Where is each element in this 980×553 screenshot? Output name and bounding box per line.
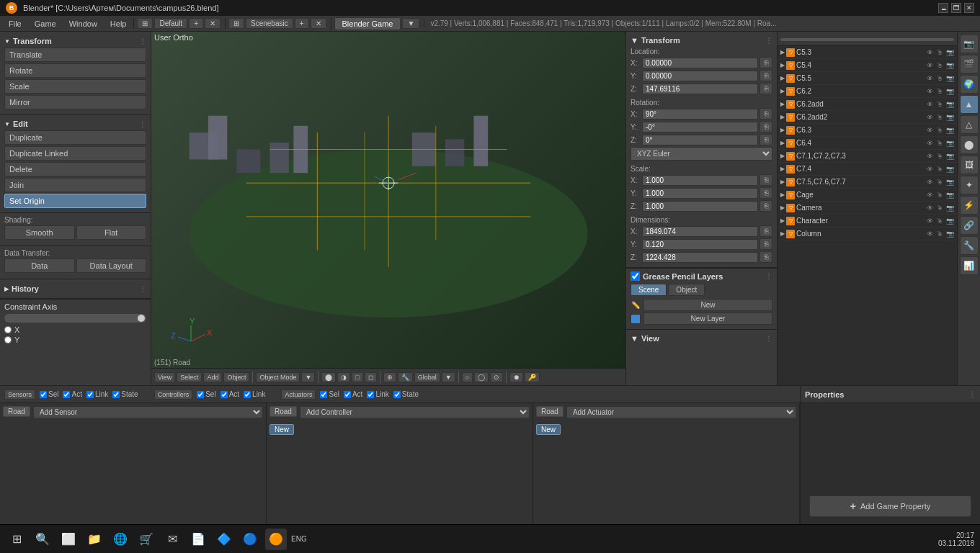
- vis-icon[interactable]: 📷: [945, 48, 954, 57]
- actuators-label[interactable]: Actuators: [281, 390, 316, 400]
- act-state-checkbox[interactable]: [393, 391, 401, 398]
- outliner-item[interactable]: ▶▽C6.4👁🖱📷: [778, 137, 957, 150]
- outliner-item[interactable]: ▶▽C7.4👁🖱📷: [778, 163, 957, 176]
- duplicate-linked-button[interactable]: Duplicate Linked: [4, 146, 146, 161]
- transform-options-icon[interactable]: ⋮: [139, 37, 146, 45]
- dim-x-input[interactable]: [642, 226, 758, 237]
- location-y-input[interactable]: [642, 71, 758, 81]
- rotation-z-input[interactable]: [642, 135, 758, 145]
- props-tab-constraints[interactable]: 🔗: [960, 216, 979, 235]
- vis-icon[interactable]: 👁: [925, 152, 934, 161]
- viewport-canvas[interactable]: X Y Z: [151, 32, 625, 368]
- vis-icon[interactable]: 📷: [945, 139, 954, 148]
- object-mode-btn[interactable]: Object Mode: [256, 372, 300, 382]
- gp-object-tab[interactable]: Object: [668, 284, 705, 296]
- outliner-item[interactable]: ▶▽Character👁🖱📷: [778, 215, 957, 228]
- rotate-button[interactable]: Rotate: [4, 63, 146, 78]
- props-tab-texture[interactable]: 🖼: [960, 156, 979, 174]
- location-x-input[interactable]: [642, 58, 758, 68]
- vis-icon[interactable]: 📷: [945, 74, 954, 83]
- outliner-item[interactable]: ▶▽C6.2👁🖱📷: [778, 85, 957, 98]
- edge-icon[interactable]: 🌐: [110, 529, 131, 550]
- props-tab-physics[interactable]: ⚡: [960, 196, 979, 215]
- scene-name-btn[interactable]: Scenebasic: [246, 18, 293, 29]
- vis-icon[interactable]: 🖱: [935, 217, 944, 225]
- scale-z-input[interactable]: [642, 201, 758, 212]
- outliner-item[interactable]: ▶▽C6.2add2👁🖱📷: [778, 111, 957, 124]
- workspace-btn[interactable]: Default: [154, 18, 187, 29]
- menu-help[interactable]: Help: [104, 18, 133, 30]
- close-button[interactable]: ✕: [964, 3, 974, 13]
- viewport[interactable]: User Ortho: [151, 32, 625, 368]
- act-link-checkbox[interactable]: [367, 391, 374, 398]
- scene-add-btn[interactable]: +: [295, 18, 309, 29]
- mirror-button[interactable]: Mirror: [4, 95, 146, 109]
- scale-x-copy[interactable]: ⎘: [760, 174, 772, 186]
- workspace-add-btn[interactable]: +: [189, 18, 203, 29]
- scale-x-input[interactable]: [642, 175, 758, 186]
- sensors-dropdown[interactable]: Add Sensor: [33, 406, 263, 418]
- rotation-x-input[interactable]: [642, 109, 758, 120]
- act-sel-checkbox[interactable]: [320, 391, 327, 398]
- vis-icon[interactable]: 🖱: [935, 113, 944, 122]
- anim-record-btn[interactable]: ⏺: [509, 372, 523, 382]
- smooth-button[interactable]: Smooth: [4, 225, 75, 240]
- new-actuator-button[interactable]: New: [536, 424, 561, 435]
- minimize-button[interactable]: 🗕: [938, 3, 948, 13]
- transform-header[interactable]: ▼ Transform ⋮: [4, 35, 146, 48]
- select-menu-btn[interactable]: Select: [177, 372, 202, 382]
- outliner-item[interactable]: ▶▽C7.5,C7.6,C7.7👁🖱📷: [778, 176, 957, 189]
- outliner-item[interactable]: ▶▽Camera👁🖱📷: [778, 202, 957, 215]
- gp-opts-icon[interactable]: ⋮: [765, 272, 772, 280]
- act-act-checkbox[interactable]: [344, 391, 351, 398]
- vis-icon[interactable]: 🖱: [935, 191, 944, 199]
- viewport-shading-btn3[interactable]: □: [352, 372, 362, 382]
- vis-icon[interactable]: 📷: [945, 152, 954, 161]
- transform-snap-btn[interactable]: Global: [414, 372, 440, 382]
- data-layout-button[interactable]: Data Layout: [76, 258, 147, 273]
- constraint-y-radio[interactable]: [4, 336, 12, 343]
- props-tab-particles[interactable]: ✦: [960, 176, 979, 194]
- vis-icon[interactable]: 👁: [925, 113, 934, 122]
- viewport-shading-btn1[interactable]: ⬤: [321, 372, 336, 382]
- vis-icon[interactable]: 👁: [925, 61, 934, 70]
- vis-icon[interactable]: 📷: [945, 191, 954, 199]
- object-mode-arrow[interactable]: ▼: [301, 372, 315, 382]
- vis-icon[interactable]: 📷: [945, 230, 954, 238]
- vis-icon[interactable]: 👁: [925, 204, 934, 212]
- vis-icon[interactable]: 👁: [925, 178, 934, 186]
- scale-button[interactable]: Scale: [4, 79, 146, 94]
- vis-icon[interactable]: 📷: [945, 178, 954, 186]
- add-game-property-button[interactable]: + Add Game Property: [809, 495, 971, 517]
- outliner-item[interactable]: ▶▽C5.4👁🖱📷: [778, 59, 957, 72]
- vis-icon[interactable]: 👁: [925, 230, 934, 238]
- set-origin-button[interactable]: Set Origin: [4, 194, 146, 208]
- engine-arrow-btn[interactable]: ▼: [402, 18, 419, 29]
- vis-icon[interactable]: 👁: [925, 48, 934, 57]
- history-header[interactable]: ▶ History ⋮: [4, 282, 146, 295]
- proportional3-btn[interactable]: ⊙: [490, 372, 503, 382]
- menu-file[interactable]: File: [3, 18, 27, 30]
- vis-icon[interactable]: 🖱: [935, 139, 944, 148]
- controllers-label[interactable]: Controllers: [154, 390, 193, 400]
- scene-x-btn[interactable]: ✕: [311, 18, 326, 29]
- euler-select[interactable]: XYZ Euler: [631, 147, 772, 161]
- outliner-item[interactable]: ▶▽Column👁🖱📷: [778, 228, 957, 240]
- vis-icon[interactable]: 👁: [925, 165, 934, 174]
- menu-window[interactable]: Window: [63, 18, 103, 30]
- snap-btn[interactable]: 🔧: [398, 372, 413, 382]
- outliner-item[interactable]: ▶▽Cage👁🖱📷: [778, 189, 957, 202]
- vis-icon[interactable]: 📷: [945, 113, 954, 122]
- vis-icon[interactable]: 🖱: [935, 152, 944, 161]
- rotation-z-copy[interactable]: ⎘: [760, 134, 772, 145]
- vis-icon[interactable]: 🖱: [935, 74, 944, 83]
- props-tab-scene[interactable]: 🎬: [960, 55, 979, 73]
- scene-icon-btn[interactable]: ⊞: [228, 18, 244, 29]
- outliner-scroll[interactable]: ▶▽C5.3👁🖱📷▶▽C5.4👁🖱📷▶▽C5.5👁🖱📷▶▽C6.2👁🖱📷▶▽C6…: [778, 46, 957, 385]
- edit-header[interactable]: ▼ Edit ⋮: [4, 117, 146, 130]
- vis-icon[interactable]: 👁: [925, 126, 934, 135]
- vis-icon[interactable]: 👁: [925, 100, 934, 109]
- workspace-x-btn[interactable]: ✕: [205, 18, 220, 29]
- vis-icon[interactable]: 👁: [925, 139, 934, 148]
- anim-keyframe-btn[interactable]: 🔑: [525, 372, 540, 382]
